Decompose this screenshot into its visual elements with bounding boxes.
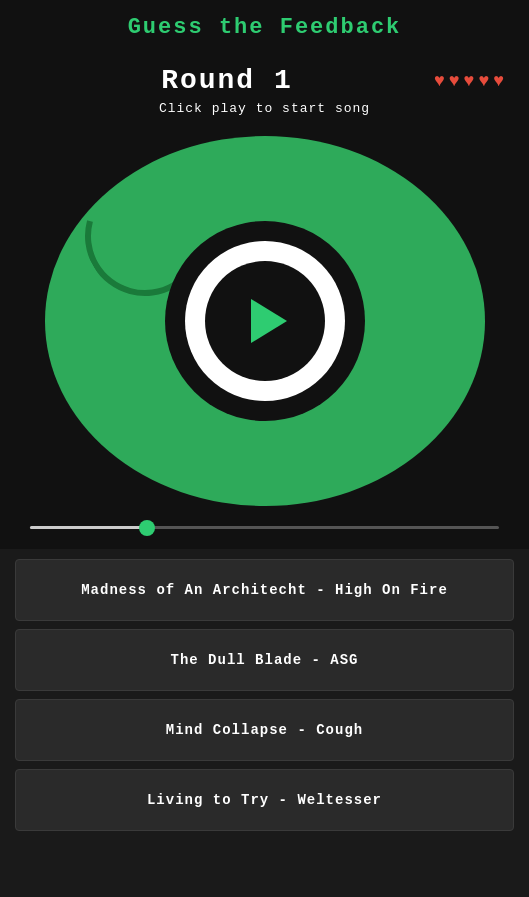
progress-bar-container	[20, 526, 509, 529]
answer-button-1[interactable]: Madness of An Architecht - High On Fire	[15, 559, 514, 621]
progress-thumb	[139, 520, 155, 536]
disc-ring	[185, 241, 345, 401]
heart-5: ♥	[493, 71, 504, 91]
play-button[interactable]	[205, 261, 325, 381]
heart-4: ♥	[478, 71, 489, 91]
answer-button-2[interactable]: The Dull Blade - ASG	[15, 629, 514, 691]
header: Guess the Feedback	[0, 0, 529, 55]
disc-inner	[165, 221, 365, 421]
heart-2: ♥	[449, 71, 460, 91]
disc-outer	[45, 136, 485, 506]
round-title: Round 1	[20, 65, 434, 96]
hearts-container: ♥ ♥ ♥ ♥ ♥	[434, 71, 509, 91]
heart-3: ♥	[464, 71, 475, 91]
progress-fill	[30, 526, 147, 529]
progress-track[interactable]	[30, 526, 499, 529]
player-subtitle: Click play to start song	[159, 101, 370, 116]
round-row: Round 1 ♥ ♥ ♥ ♥ ♥	[20, 65, 509, 96]
heart-1: ♥	[434, 71, 445, 91]
disc-container	[35, 131, 495, 511]
answer-button-4[interactable]: Living to Try - Weltesser	[15, 769, 514, 831]
player-section: Round 1 ♥ ♥ ♥ ♥ ♥ Click play to start so…	[0, 55, 529, 549]
header-title: Guess the Feedback	[128, 15, 402, 40]
answers-section: Madness of An Architecht - High On Fire …	[0, 549, 529, 849]
play-icon	[251, 299, 287, 343]
answer-button-3[interactable]: Mind Collapse - Cough	[15, 699, 514, 761]
